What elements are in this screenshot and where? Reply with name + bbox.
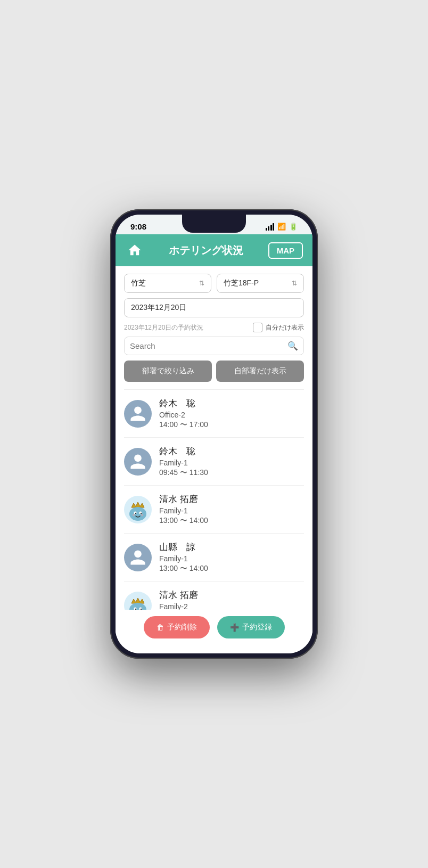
app-header: ホテリング状況 MAP	[116, 234, 312, 266]
bottom-buttons: 🗑 予約削除 ➕ 予約登録	[116, 610, 312, 653]
my-only-label: 自分だけ表示	[266, 323, 304, 332]
register-booking-button[interactable]: ➕ 予約登録	[217, 616, 285, 638]
booking-name: 清水 拓磨	[159, 493, 304, 505]
booking-list: 鈴木 聡 Office-2 14:00 〜 17:00 鈴木 聡 Family	[124, 389, 304, 629]
status-date-label: 2023年12月20日の予約状況	[124, 323, 203, 332]
date-value: 2023年12月20日	[131, 303, 186, 312]
status-bar: 9:08 📶 🔋	[116, 215, 312, 234]
booking-info: 清水 拓磨 Family-1 13:00 〜 14:00	[159, 493, 304, 526]
phone-screen: 9:08 📶 🔋 ホテリング状況 MAP	[116, 215, 312, 653]
my-only-checkbox[interactable]	[253, 323, 262, 332]
svg-point-1	[129, 507, 146, 521]
signal-icon	[266, 223, 275, 231]
status-time: 9:08	[130, 222, 146, 231]
location2-select[interactable]: 竹芝18F-P ⇅	[217, 274, 304, 293]
filter-buttons-row: 部署で絞り込み 自部署だけ表示	[124, 361, 304, 382]
booking-info: 山縣 諒 Family-1 13:00 〜 14:00	[159, 541, 304, 574]
location1-select[interactable]: 竹芝 ⇅	[124, 274, 211, 293]
map-button[interactable]: MAP	[268, 242, 303, 259]
status-icons: 📶 🔋	[266, 223, 298, 231]
chevron-updown-icon2: ⇅	[292, 280, 297, 287]
dept-filter-button[interactable]: 部署で絞り込み	[124, 361, 212, 382]
booking-name: 鈴木 聡	[159, 397, 304, 410]
location1-label: 竹芝	[131, 279, 146, 288]
delete-booking-button[interactable]: 🗑 予約削除	[144, 616, 210, 638]
avatar	[124, 400, 152, 428]
booking-time: 13:00 〜 14:00	[159, 564, 304, 574]
notch	[182, 215, 246, 233]
svg-marker-0	[131, 502, 144, 507]
chevron-updown-icon: ⇅	[199, 280, 204, 287]
svg-marker-8	[131, 598, 144, 603]
svg-point-5	[141, 512, 142, 513]
location-filter-row: 竹芝 ⇅ 竹芝18F-P ⇅	[124, 274, 304, 293]
delete-label: 予約削除	[167, 623, 197, 632]
avatar-slime	[124, 496, 152, 523]
booking-name: 清水 拓磨	[159, 589, 304, 601]
booking-room: Office-2	[159, 411, 304, 419]
svg-point-7	[141, 514, 143, 516]
booking-room: Family-1	[159, 554, 304, 563]
register-label: 予約登録	[242, 623, 272, 632]
booking-room: Family-1	[159, 506, 304, 515]
svg-point-4	[135, 512, 136, 513]
booking-time: 13:00 〜 14:00	[159, 516, 304, 526]
booking-name: 山縣 諒	[159, 541, 304, 553]
battery-icon: 🔋	[289, 223, 298, 231]
booking-item[interactable]: 鈴木 聡 Office-2 14:00 〜 17:00	[124, 390, 304, 438]
booking-item[interactable]: 山縣 諒 Family-1 13:00 〜 14:00	[124, 534, 304, 582]
main-content: 竹芝 ⇅ 竹芝18F-P ⇅ 2023年12月20日 2023年12月20日の予…	[116, 266, 312, 646]
booking-name: 鈴木 聡	[159, 445, 304, 457]
my-only-checkbox-row[interactable]: 自分だけ表示	[253, 323, 304, 332]
trash-icon: 🗑	[157, 623, 164, 632]
svg-point-6	[133, 514, 135, 516]
booking-info: 鈴木 聡 Family-1 09:45 〜 11:30	[159, 445, 304, 478]
avatar	[124, 448, 152, 476]
search-row: 🔍	[124, 337, 304, 355]
search-icon: 🔍	[287, 341, 298, 351]
status-label-row: 2023年12月20日の予約状況 自分だけ表示	[124, 323, 304, 332]
booking-item[interactable]: 清水 拓磨 Family-1 13:00 〜 14:00	[124, 486, 304, 534]
booking-item[interactable]: 鈴木 聡 Family-1 09:45 〜 11:30	[124, 438, 304, 486]
wifi-icon: 📶	[277, 223, 286, 231]
my-dept-button[interactable]: 自部署だけ表示	[216, 361, 304, 382]
booking-room: Family-1	[159, 458, 304, 467]
home-button[interactable]	[125, 241, 144, 260]
booking-time: 14:00 〜 17:00	[159, 420, 304, 430]
location2-label: 竹芝18F-P	[224, 279, 259, 288]
avatar	[124, 544, 152, 571]
booking-time: 09:45 〜 11:30	[159, 468, 304, 478]
search-input[interactable]	[130, 341, 287, 350]
booking-info: 鈴木 聡 Office-2 14:00 〜 17:00	[159, 397, 304, 430]
phone-frame: 9:08 📶 🔋 ホテリング状況 MAP	[110, 209, 318, 659]
plus-circle-icon: ➕	[230, 623, 239, 632]
date-field[interactable]: 2023年12月20日	[124, 298, 304, 317]
header-title: ホテリング状況	[169, 243, 243, 258]
